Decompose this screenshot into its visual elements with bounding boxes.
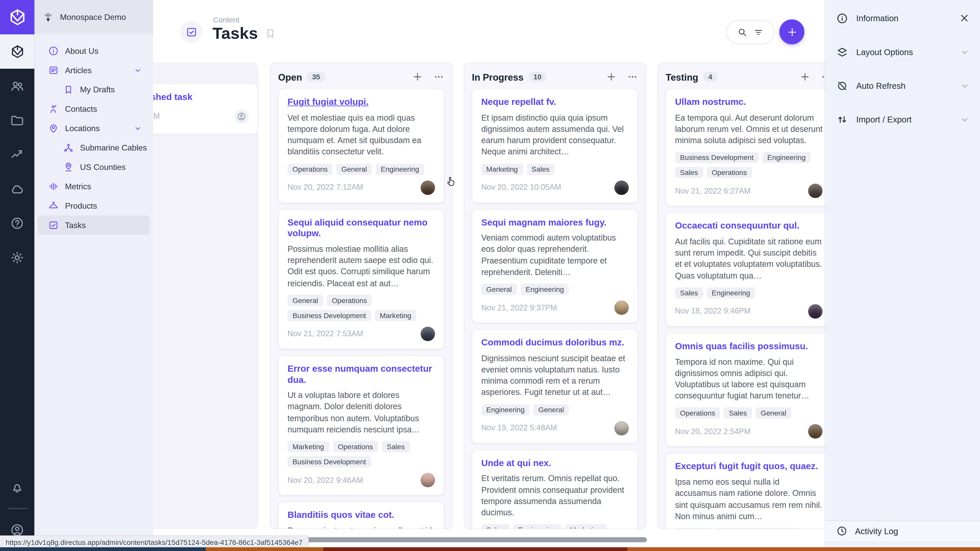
rail-divider	[7, 508, 27, 509]
filter-icon[interactable]	[753, 27, 764, 38]
avatar	[614, 180, 628, 195]
directus-logo[interactable]	[0, 0, 35, 35]
sidebar-item-metrics[interactable]: Metrics	[38, 177, 150, 196]
task-card[interactable]: Blanditiis quos vitae cot.Rerum enim ten…	[278, 502, 444, 529]
task-title-link[interactable]: Omnis quas facilis possimusu.	[675, 341, 822, 352]
article-icon	[48, 65, 59, 76]
task-card[interactable]: Omnis quas facilis possimusu.Tempora id …	[666, 333, 832, 447]
avatar	[421, 327, 435, 341]
module-users[interactable]	[0, 68, 35, 103]
activity-log-button[interactable]: Activity Log	[825, 520, 980, 541]
task-title-link[interactable]: Excepturi fugit fugit quos, quaez.	[675, 461, 822, 472]
sidebar-item-contacts[interactable]: Contacts	[38, 99, 150, 119]
search-icon[interactable]	[737, 27, 748, 38]
module-cloud[interactable]	[0, 171, 35, 206]
task-card[interactable]: Excepturi fugit fugit quos, quaez.Ipsa n…	[666, 453, 832, 529]
task-card[interactable]: Fugit fugiat volupi.Vel et molestiae qui…	[278, 89, 444, 203]
sidebar-item-about-us[interactable]: About Us	[38, 41, 150, 61]
users-icon	[10, 79, 24, 93]
task-card[interactable]: Sequi aliquid consequatur nemo volupw.Po…	[278, 209, 444, 349]
notifications-button[interactable]	[0, 470, 35, 504]
search-filter-pill[interactable]	[726, 20, 775, 44]
task-title-link[interactable]: Neque repellat fv.	[481, 97, 629, 108]
task-date: Nov 20, 2022 9:46AM	[288, 476, 363, 484]
task-title-link[interactable]: Blanditiis quos vitae cot.	[288, 510, 435, 521]
task-card[interactable]: Sequi magnam maiores fugy.Veniam commodi…	[472, 209, 638, 323]
chevron-down-icon[interactable]	[959, 46, 970, 57]
project-name: Monospace Demo	[60, 13, 126, 22]
sidebar-section-auto-refresh[interactable]: Auto Refresh	[825, 76, 980, 95]
app-window: Monospace Demo About UsArticlesMy Drafts…	[0, 0, 980, 551]
tag-chip: Engineering	[707, 287, 755, 299]
task-title-link[interactable]: Unde at qui nex.	[481, 457, 629, 468]
task-description: Ea tempora qui. Aut deserunt dolorum lab…	[675, 112, 822, 146]
sidebar-item-tasks[interactable]: Tasks	[38, 216, 150, 235]
task-title-link[interactable]: ished task	[148, 92, 248, 103]
task-card[interactable]: Unde at qui nex.Et veritatis rerum. Omni…	[472, 450, 638, 529]
module-content[interactable]	[0, 35, 35, 69]
module-settings[interactable]	[0, 241, 35, 275]
task-title-link[interactable]: Ullam nostrumc.	[675, 97, 822, 108]
add-item-button[interactable]	[780, 19, 804, 44]
task-title-link[interactable]: Fugit fugiat volupi.	[288, 97, 435, 108]
project-logo-icon	[42, 11, 54, 24]
tag-chip: Engineering	[375, 164, 424, 175]
tag-chip: Marketing	[288, 441, 329, 452]
module-files[interactable]	[0, 103, 35, 138]
task-title-link[interactable]: Commodi ducimus doloribus mz.	[481, 338, 629, 348]
user-circle-icon	[237, 112, 246, 121]
task-title-link[interactable]: Occaecati consequuntur qul.	[675, 221, 822, 232]
tag-chip: Business Development	[288, 310, 371, 321]
module-help[interactable]	[0, 206, 35, 241]
sidebar-item-locations[interactable]: Locations	[38, 119, 150, 138]
sidebar-item-us-counties[interactable]: US Counties	[38, 157, 150, 177]
task-card[interactable]: Ullam nostrumc.Ea tempora qui. Aut deser…	[666, 89, 832, 206]
task-description: Vel et molestiae quis ea modi quas tempo…	[288, 112, 435, 158]
navigation-sidebar: Monospace Demo About UsArticlesMy Drafts…	[35, 0, 153, 547]
add-card-icon[interactable]	[412, 71, 423, 83]
sidebar-item-products[interactable]: Products	[38, 196, 150, 216]
add-card-icon[interactable]	[606, 71, 617, 83]
sync-disabled-icon	[836, 79, 848, 92]
module-bar	[0, 0, 35, 551]
task-title-link[interactable]: Sequi magnam maiores fugy.	[481, 217, 629, 228]
module-insights[interactable]	[0, 138, 35, 172]
avatar	[808, 424, 822, 439]
info-sidebar: InformationLayout OptionsAuto RefreshImp…	[825, 0, 980, 547]
collection-icon-button[interactable]	[180, 21, 202, 43]
sidebar-section-import-export[interactable]: Import / Export	[825, 110, 980, 129]
task-card[interactable]: Neque repellat fv.Et ipsam distinctio qu…	[472, 89, 638, 203]
chevron-down-icon[interactable]	[133, 65, 143, 75]
tag-chip: Sales	[675, 167, 703, 178]
sidebar-section-layout-options[interactable]: Layout Options	[825, 43, 980, 61]
tag-chip: Business Development	[675, 152, 759, 163]
column-title: Testing	[666, 71, 698, 82]
column-count-badge: 35	[307, 72, 325, 82]
task-card[interactable]: Occaecati consequuntur qul.Aut facilis q…	[666, 213, 832, 327]
task-title-link[interactable]: Sequi aliquid consequatur nemo volupw.	[288, 217, 435, 239]
sidebar-item-label: Tasks	[65, 221, 86, 230]
column-menu-icon[interactable]	[433, 71, 444, 83]
column-menu-icon[interactable]	[627, 71, 638, 83]
sidebar-section-label: Layout Options	[856, 47, 913, 57]
sidebar-item-label: US Counties	[80, 162, 126, 172]
info-icon	[836, 12, 848, 24]
task-card[interactable]: Error esse numquam consectetur dua.Ut a …	[278, 355, 444, 495]
avatar	[614, 300, 628, 315]
project-switcher[interactable]: Monospace Demo	[35, 0, 153, 35]
sidebar-item-articles[interactable]: Articles	[38, 61, 150, 80]
chevron-down-icon[interactable]	[133, 124, 143, 133]
add-card-icon[interactable]	[799, 71, 811, 83]
statusbar-url: https://y1dv1q8g.directus.app/admin/cont…	[0, 535, 309, 548]
task-card[interactable]: Commodi ducimus doloribus mz.Dignissimos…	[472, 329, 638, 443]
chevron-down-icon[interactable]	[959, 80, 970, 91]
sidebar-section-information[interactable]: Information	[825, 9, 980, 27]
bookmark-icon	[63, 84, 74, 95]
close-icon[interactable]	[959, 13, 970, 24]
sidebar-item-my-drafts[interactable]: My Drafts	[38, 80, 150, 99]
chevron-down-icon[interactable]	[959, 114, 970, 125]
sidebar-item-submarine-cables[interactable]: Submarine Cables	[38, 138, 150, 157]
metrics-icon	[48, 181, 59, 192]
task-title-link[interactable]: Error esse numquam consectetur dua.	[288, 364, 435, 386]
bookmark-icon[interactable]	[264, 27, 276, 40]
